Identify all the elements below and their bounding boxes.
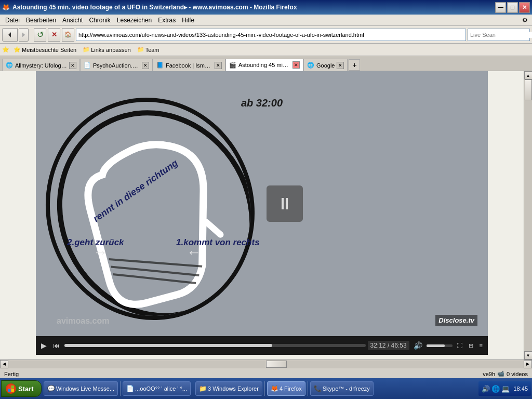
- time-display: 32:12 / 46:53: [368, 341, 409, 350]
- menu-datei[interactable]: Datei: [2, 16, 23, 25]
- bookmark-folder-icon-2: 📁: [137, 46, 144, 53]
- taskbar-firefox-label: 4 Firefox: [280, 385, 302, 392]
- hscroll-track[interactable]: [8, 360, 524, 368]
- taskbar-items: 💬 Windows Live Messe... 📄 ...ooOO°° ' al…: [42, 381, 479, 396]
- more-options-button[interactable]: ≡: [477, 341, 485, 350]
- live-search-box[interactable]: 🔍 ▼: [468, 29, 530, 41]
- new-tab-button[interactable]: +: [349, 59, 360, 71]
- skype-icon: 📞: [314, 385, 321, 392]
- settings-icon[interactable]: ⚙: [520, 17, 530, 24]
- tray-icon-1[interactable]: 🔊: [482, 385, 490, 393]
- windows-logo: [6, 383, 16, 394]
- status-right: ve9h 📹 0 videos: [483, 370, 528, 377]
- tab-ufo-close[interactable]: ✕: [292, 61, 300, 69]
- status-bar: Fertig ve9h 📹 0 videos: [0, 368, 532, 379]
- tray-icon-3[interactable]: 💻: [501, 385, 510, 393]
- tab-google-close[interactable]: ✕: [337, 62, 344, 69]
- addon-icon: 📹: [497, 370, 504, 377]
- forward-button[interactable]: [19, 28, 29, 42]
- tab-fb-close[interactable]: ✕: [215, 62, 222, 69]
- volume-bar[interactable]: [427, 344, 453, 347]
- system-clock: 18:45: [511, 385, 528, 392]
- volume-fill: [427, 344, 445, 347]
- navigation-bar: ↺ ✕ 🏠 🔍 ▼: [0, 26, 532, 44]
- bookmark-meistbesucht[interactable]: ⭐ Meistbesuchte Seiten: [11, 46, 78, 54]
- taskbar-sep-2: [193, 381, 193, 396]
- hscroll-thumb[interactable]: [266, 361, 287, 368]
- volume-icon[interactable]: 🔊: [411, 340, 424, 351]
- menu-ansicht[interactable]: Ansicht: [59, 16, 86, 25]
- window-controls: — □ ✕: [495, 2, 530, 13]
- scroll-up-button[interactable]: ▲: [524, 71, 533, 79]
- expand-button[interactable]: ⊞: [467, 341, 475, 350]
- video-player: ab 32:00 rennt in diese richtung ⏸ 2.geh…: [36, 71, 488, 336]
- taskbar-messenger-label: Windows Live Messe...: [56, 385, 114, 392]
- svg-marker-0: [8, 32, 11, 37]
- tab-psychoauction[interactable]: 📄 PsychoAuction.com - Penny ... ✕: [80, 59, 153, 71]
- home-button[interactable]: 🏠: [62, 28, 74, 42]
- prev-button[interactable]: ⏮: [51, 340, 62, 351]
- back-button[interactable]: [2, 28, 18, 42]
- reload-button[interactable]: ↺: [34, 28, 46, 42]
- hscroll-right-button[interactable]: ▶: [524, 360, 532, 368]
- tab-allmystery-close[interactable]: ✕: [69, 62, 76, 69]
- arrow-right: →: [93, 244, 108, 261]
- scroll-down-button[interactable]: ▼: [524, 351, 533, 360]
- start-button[interactable]: Start: [1, 380, 42, 397]
- fullscreen-button[interactable]: ⛶: [455, 341, 464, 350]
- menu-bearbeiten[interactable]: Bearbeiten: [23, 16, 59, 25]
- taskbar-skype[interactable]: 📞 Skype™ - drfreezy: [310, 381, 374, 396]
- bookmark-links[interactable]: 📁 Links anpassen: [81, 46, 132, 54]
- horizontal-scrollbar[interactable]: ◀ ▶: [0, 360, 532, 368]
- search-input[interactable]: [468, 32, 532, 38]
- vertical-scrollbar[interactable]: ▲ ▼: [524, 71, 532, 360]
- menu-chronik[interactable]: Chronik: [86, 16, 113, 25]
- tab-allmystery-icon: 🌐: [6, 62, 13, 69]
- maximize-button[interactable]: □: [507, 2, 518, 13]
- tab-facebook[interactable]: 📘 Facebook | Ismael Krasnic ✕: [153, 59, 225, 71]
- taskbar-alice-label: ...ooOO°° ' alice ' °...: [135, 385, 187, 392]
- taskbar-skype-label: Skype™ - drfreezy: [323, 385, 370, 392]
- tab-google[interactable]: 🌐 Google ✕: [303, 59, 348, 71]
- menu-hilfe[interactable]: Hilfe: [179, 16, 197, 25]
- tab-fb-icon: 📘: [156, 62, 164, 69]
- address-bar[interactable]: [76, 29, 466, 41]
- tab-psycho-close[interactable]: ✕: [142, 62, 149, 69]
- taskbar-explorer-label: 3 Windows Explorer: [208, 385, 259, 392]
- tab-allmystery[interactable]: 🌐 Allmystery: Ufologie & Aliens ✕: [2, 59, 80, 71]
- bookmarks-star-icon: ⭐: [2, 46, 9, 53]
- progress-bar[interactable]: [64, 344, 366, 347]
- bookmark-team[interactable]: 📁 Team: [135, 46, 162, 54]
- firefox-taskbar-icon: 🦊: [271, 385, 278, 392]
- address-input[interactable]: [78, 32, 463, 38]
- play-button[interactable]: ▶: [39, 340, 49, 351]
- tab-google-icon: 🌐: [307, 62, 314, 69]
- tab-bar: 🌐 Allmystery: Ufologie & Aliens ✕ 📄 Psyc…: [0, 56, 532, 71]
- tab-psycho-icon: 📄: [84, 62, 91, 69]
- hscroll-left-button[interactable]: ◀: [0, 360, 8, 368]
- taskbar-explorer[interactable]: 📁 3 Windows Explorer: [195, 381, 262, 396]
- taskbar-alice[interactable]: 📄 ...ooOO°° ' alice ' °...: [123, 381, 191, 396]
- page-content: ab 32:00 rennt in diese richtung ⏸ 2.geh…: [0, 71, 524, 360]
- explorer-icon: 📁: [199, 385, 206, 392]
- messenger-icon: 💬: [47, 385, 55, 392]
- video-text-ab: ab 32:00: [241, 97, 283, 109]
- menu-extras[interactable]: Extras: [155, 16, 179, 25]
- taskbar-firefox[interactable]: 🦊 4 Firefox: [267, 381, 305, 396]
- start-label: Start: [18, 385, 34, 393]
- taskbar-messenger[interactable]: 💬 Windows Live Messe...: [44, 381, 118, 396]
- stop-button[interactable]: ✕: [48, 28, 60, 42]
- bookmark-icon: ⭐: [14, 46, 21, 53]
- tray-icon-2[interactable]: 🌐: [491, 385, 500, 393]
- taskbar-sep-3: [264, 381, 265, 396]
- scroll-thumb[interactable]: [525, 79, 532, 100]
- system-tray: 🔊 🌐 💻 18:45: [478, 381, 531, 396]
- minimize-button[interactable]: —: [495, 2, 506, 13]
- menu-lesezeichen[interactable]: Lesezeichen: [114, 16, 155, 25]
- addon-count: 0 videos: [507, 371, 528, 377]
- bookmarks-bar: ⭐ ⭐ Meistbesuchte Seiten 📁 Links anpasse…: [0, 44, 532, 56]
- close-button[interactable]: ✕: [519, 2, 530, 13]
- scroll-track[interactable]: [524, 79, 533, 351]
- pause-button-overlay[interactable]: ⏸: [267, 185, 303, 222]
- tab-astounding[interactable]: 🎬 Astounding 45 min. video... ✕: [225, 59, 303, 71]
